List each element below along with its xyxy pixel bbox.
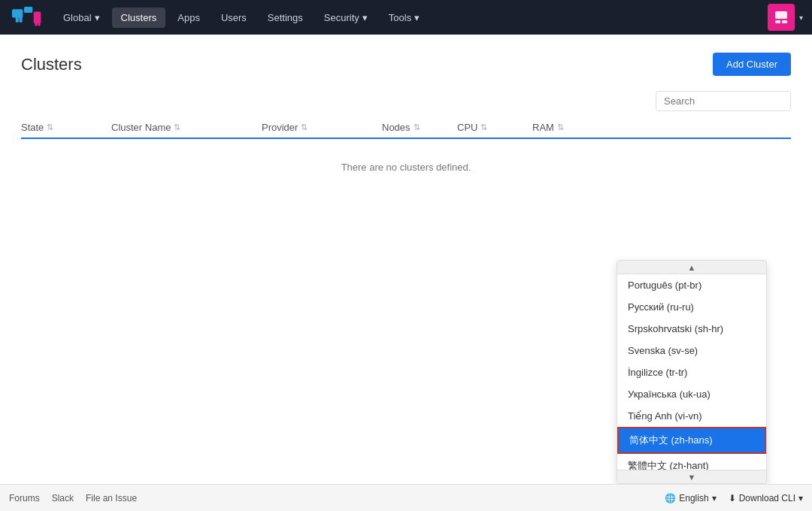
svg-rect-2	[16, 17, 19, 23]
main-content: Clusters Add Cluster State ⇅ Cluster Nam…	[0, 35, 812, 213]
add-cluster-button[interactable]: Add Cluster	[713, 53, 791, 76]
sort-icon-provider: ⇅	[301, 122, 308, 132]
search-input[interactable]	[656, 91, 791, 111]
scroll-up-arrow[interactable]: ▲	[617, 261, 766, 274]
navbar: Global ▾ Clusters Apps Users Settings Se…	[0, 0, 812, 35]
navbar-item-apps[interactable]: Apps	[168, 8, 209, 28]
navbar-item-settings[interactable]: Settings	[259, 8, 312, 28]
lang-chevron-icon: ▾	[712, 493, 717, 503]
navbar-user-avatar	[768, 4, 795, 31]
navbar-item-tools[interactable]: Tools ▾	[380, 8, 429, 28]
download-cli-button[interactable]: ⬇ Download CLI ▾	[729, 493, 803, 503]
bottom-bar: Forums Slack File an Issue 🌐 English ▾ ⬇…	[0, 484, 812, 511]
lang-item-sh-hr[interactable]: Srpskohrvatski (sh-hr)	[617, 318, 766, 340]
svg-rect-8	[775, 20, 780, 23]
svg-rect-1	[24, 7, 32, 13]
scroll-down-arrow[interactable]: ▼	[617, 470, 766, 483]
svg-rect-3	[20, 17, 23, 23]
col-provider[interactable]: Provider ⇅	[262, 122, 382, 133]
language-button[interactable]: 🌐 English ▾	[665, 493, 716, 503]
svg-rect-0	[12, 9, 23, 17]
lang-item-zh-hans[interactable]: 简体中文 (zh-hans)	[617, 427, 766, 454]
bottom-link-slack[interactable]: Slack	[52, 493, 74, 503]
page-title: Clusters	[21, 55, 82, 74]
download-icon: ⬇	[729, 493, 736, 503]
navbar-logo[interactable]	[9, 5, 45, 29]
lang-item-uk-ua[interactable]: Українська (uk-ua)	[617, 383, 766, 405]
search-row	[21, 91, 791, 111]
sort-icon-nodes: ⇅	[414, 122, 420, 132]
col-cpu[interactable]: CPU ⇅	[457, 122, 532, 133]
empty-message: There are no clusters defined.	[21, 139, 791, 195]
navbar-user-menu[interactable]: ▾	[768, 4, 803, 31]
table-header: State ⇅ Cluster Name ⇅ Provider ⇅ Nodes …	[21, 117, 791, 139]
lang-item-ru-ru[interactable]: Русский (ru-ru)	[617, 296, 766, 318]
col-cluster-name[interactable]: Cluster Name ⇅	[111, 122, 262, 133]
col-spacer	[607, 122, 791, 133]
sort-icon-ram: ⇅	[557, 122, 564, 132]
language-list: Português (pt-br)Русский (ru-ru)Srpskohr…	[617, 274, 766, 470]
sort-icon-state: ⇅	[47, 122, 53, 132]
bottom-link-forums[interactable]: Forums	[9, 493, 40, 503]
lang-item-pt-br[interactable]: Português (pt-br)	[617, 274, 766, 296]
svg-rect-7	[775, 11, 787, 19]
svg-rect-9	[782, 20, 787, 23]
lang-item-sv-se[interactable]: Svenska (sv-se)	[617, 340, 766, 361]
sort-icon-cpu: ⇅	[480, 122, 487, 132]
svg-rect-5	[35, 23, 37, 26]
navbar-item-users[interactable]: Users	[212, 8, 256, 28]
bottom-bar-right: 🌐 English ▾ ⬇ Download CLI ▾	[665, 493, 803, 503]
navbar-global[interactable]: Global ▾	[54, 8, 109, 28]
download-chevron-icon: ▾	[798, 493, 803, 503]
col-ram[interactable]: RAM ⇅	[532, 122, 607, 133]
col-state[interactable]: State ⇅	[21, 122, 111, 133]
lang-item-zh-hant[interactable]: 繁體中文 (zh-hant)	[617, 454, 766, 470]
col-nodes[interactable]: Nodes ⇅	[382, 122, 457, 133]
lang-item-vi-vn[interactable]: Tiếng Anh (vi-vn)	[617, 405, 766, 427]
page-header: Clusters Add Cluster	[21, 53, 791, 76]
navbar-user-chevron: ▾	[799, 14, 803, 22]
svg-rect-4	[34, 11, 41, 23]
lang-item-tr-tr[interactable]: İngilizce (tr-tr)	[617, 361, 766, 383]
navbar-item-clusters[interactable]: Clusters	[112, 8, 166, 28]
navbar-item-security[interactable]: Security ▾	[315, 8, 377, 28]
sort-icon-cluster-name: ⇅	[174, 122, 180, 132]
bottom-link-file-issue[interactable]: File an Issue	[86, 493, 137, 503]
language-dropdown: ▲ Português (pt-br)Русский (ru-ru)Srpsko…	[617, 260, 767, 484]
svg-rect-6	[38, 23, 40, 26]
globe-icon: 🌐	[665, 493, 676, 503]
